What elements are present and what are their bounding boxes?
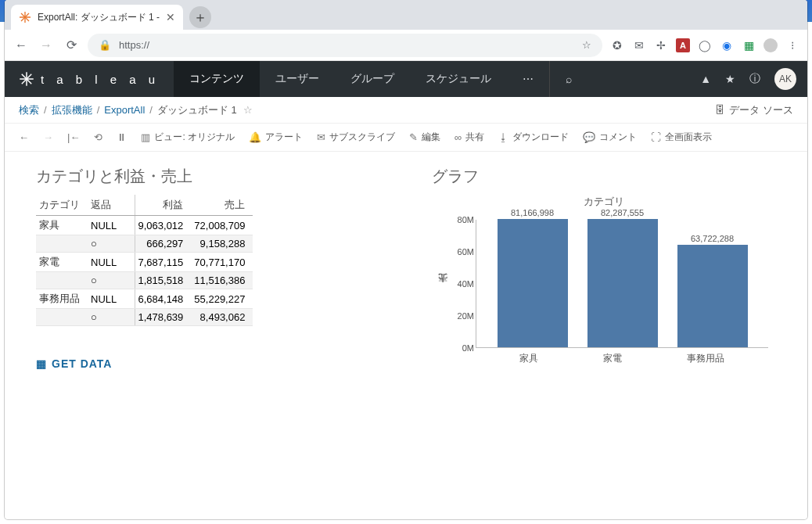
- tb-pause-icon[interactable]: ⏸: [117, 131, 127, 143]
- browser-menu-icon[interactable]: ⁝: [785, 38, 799, 52]
- pencil-icon: ✎: [409, 131, 418, 143]
- mail-icon: ✉: [317, 131, 325, 143]
- th-category: カテゴリ: [36, 195, 88, 216]
- cell-sales: 55,229,227: [191, 289, 253, 309]
- cell-return: NULL: [88, 216, 135, 235]
- nav-content[interactable]: コンテンツ: [174, 61, 260, 97]
- browser-tab[interactable]: ExportAll: ダッシュボード 1 - ✕: [11, 5, 183, 30]
- breadcrumb: 検索 / 拡張機能 / ExportAll / ダッシュボード 1 ☆ 🗄 デー…: [5, 97, 807, 124]
- chart-panel: グラフ カテゴリ 売上 0M20M40M60M80M 81,166,99882,…: [432, 166, 776, 370]
- cell-sales: 11,516,386: [191, 272, 253, 289]
- url-text: https://: [119, 39, 574, 51]
- nav-forward-icon: →: [38, 38, 55, 52]
- y-tick: 40M: [446, 279, 474, 289]
- comment-icon: 💬: [583, 131, 595, 143]
- tb-view-original[interactable]: ▥ビュー: オリジナル: [141, 131, 235, 144]
- tb-download[interactable]: ⭳ダウンロード: [498, 131, 569, 144]
- cell-return: ○: [88, 272, 135, 289]
- y-tick: 80M: [446, 215, 474, 224]
- breadcrumb-extensions[interactable]: 拡張機能: [52, 103, 92, 117]
- bar-value-label: 63,722,288: [691, 234, 734, 243]
- bar-value-label: 82,287,555: [601, 208, 644, 217]
- x-tick: 家電: [603, 352, 622, 365]
- ext-icon-7[interactable]: ▦: [742, 38, 756, 52]
- th-return: 返品: [88, 195, 135, 216]
- nav-more[interactable]: ⋯: [507, 61, 549, 97]
- datasource-link[interactable]: 🗄 データ ソース: [715, 103, 793, 117]
- ext-icon-3[interactable]: ✢: [654, 38, 668, 52]
- omnibox[interactable]: 🔒 https:// ☆: [88, 34, 602, 57]
- cell-return: ○: [88, 309, 135, 326]
- get-data-button[interactable]: ▦ GET DATA: [36, 357, 253, 370]
- browser-tabstrip: ExportAll: ダッシュボード 1 - ✕ ＋: [5, 0, 807, 30]
- crosstab-title: カテゴリと利益・売上: [36, 166, 253, 187]
- tb-edit[interactable]: ✎編集: [409, 131, 440, 144]
- tb-first-icon[interactable]: |←: [67, 131, 80, 143]
- breadcrumb-current: ダッシュボード 1: [157, 103, 237, 117]
- chart-panel-title: グラフ: [432, 166, 776, 187]
- ext-icon-1[interactable]: ✪: [610, 38, 624, 52]
- tb-fullscreen[interactable]: ⛶全画面表示: [651, 131, 712, 144]
- th-profit: 利益: [135, 195, 191, 216]
- tb-comment[interactable]: 💬コメント: [583, 131, 637, 144]
- user-avatar[interactable]: AK: [774, 68, 796, 90]
- bell-icon: 🔔: [249, 131, 261, 143]
- tableau-logo[interactable]: t a b l e a u: [5, 71, 174, 87]
- favorite-star-icon[interactable]: ☆: [243, 104, 253, 116]
- nav-search[interactable]: ⌕: [549, 61, 587, 97]
- tb-refresh-icon[interactable]: ⟲: [94, 131, 102, 143]
- ext-icon-6[interactable]: ◉: [720, 38, 734, 52]
- nav-schedules[interactable]: スケジュール: [410, 61, 507, 97]
- download-icon: ⭳: [498, 131, 508, 143]
- lock-icon: 🔒: [99, 39, 111, 51]
- ext-icon-4[interactable]: A: [676, 38, 690, 52]
- nav-users[interactable]: ユーザー: [260, 61, 335, 97]
- table-row: ○1,478,6398,493,062: [36, 309, 253, 326]
- tb-back-icon[interactable]: ←: [19, 131, 29, 143]
- cell-profit: 9,063,012: [135, 216, 191, 235]
- ext-icon-2[interactable]: ✉: [632, 38, 646, 52]
- nav-reload-icon[interactable]: ⟳: [63, 38, 80, 52]
- cell-category: [36, 309, 88, 326]
- nav-back-icon[interactable]: ←: [13, 38, 30, 52]
- plot-area: 81,166,99882,287,55563,722,288: [476, 220, 768, 348]
- bar[interactable]: [498, 219, 568, 347]
- x-tick: 家具: [519, 352, 538, 365]
- bar-column: 63,722,288: [674, 234, 752, 347]
- header-alert-icon[interactable]: ▲: [700, 73, 711, 85]
- bar[interactable]: [587, 219, 658, 347]
- x-tick: 事務用品: [687, 352, 724, 365]
- tb-subscribe[interactable]: ✉サブスクライブ: [317, 131, 395, 144]
- bookmark-star-icon[interactable]: ☆: [582, 39, 591, 51]
- tab-close-icon[interactable]: ✕: [166, 11, 175, 23]
- cell-sales: 9,158,288: [191, 235, 253, 253]
- nav-groups[interactable]: グループ: [335, 61, 410, 97]
- breadcrumb-search[interactable]: 検索: [19, 103, 39, 117]
- cell-category: 家具: [36, 216, 88, 235]
- new-tab-button[interactable]: ＋: [189, 6, 211, 28]
- table-row: 家電NULL7,687,11570,771,170: [36, 253, 253, 272]
- header-info-icon[interactable]: ⓘ: [749, 72, 760, 86]
- ext-icon-5[interactable]: ◯: [698, 38, 712, 52]
- breadcrumb-exportall[interactable]: ExportAll: [104, 104, 145, 116]
- header-favorite-icon[interactable]: ★: [725, 73, 735, 85]
- tb-share[interactable]: ∞共有: [455, 131, 484, 144]
- browser-address-bar: ← → ⟳ 🔒 https:// ☆ ✪ ✉ ✢ A ◯ ◉ ▦ ⁝: [5, 30, 807, 61]
- view-toolbar: ← → |← ⟲ ⏸ ▥ビュー: オリジナル 🔔アラート ✉サブスクライブ ✎編…: [5, 124, 807, 152]
- cell-profit: 666,297: [135, 235, 191, 253]
- tb-forward-icon: →: [43, 131, 53, 143]
- th-sales: 売上: [191, 195, 253, 216]
- profile-avatar-icon[interactable]: [763, 38, 778, 52]
- bar[interactable]: [677, 245, 748, 347]
- bar-chart: 売上 0M20M40M60M80M 81,166,99882,287,55563…: [432, 212, 776, 368]
- y-tick: 60M: [446, 247, 474, 257]
- tb-alert[interactable]: 🔔アラート: [249, 131, 303, 144]
- tab-title: ExportAll: ダッシュボード 1 -: [38, 11, 160, 24]
- chart-title: カテゴリ: [432, 195, 776, 209]
- database-icon: 🗄: [715, 104, 725, 116]
- cell-category: 事務用品: [36, 289, 88, 309]
- y-tick: 0M: [446, 343, 474, 353]
- tableau-logo-icon: [19, 71, 34, 87]
- view-icon: ▥: [141, 131, 150, 143]
- cell-profit: 6,684,148: [135, 289, 191, 309]
